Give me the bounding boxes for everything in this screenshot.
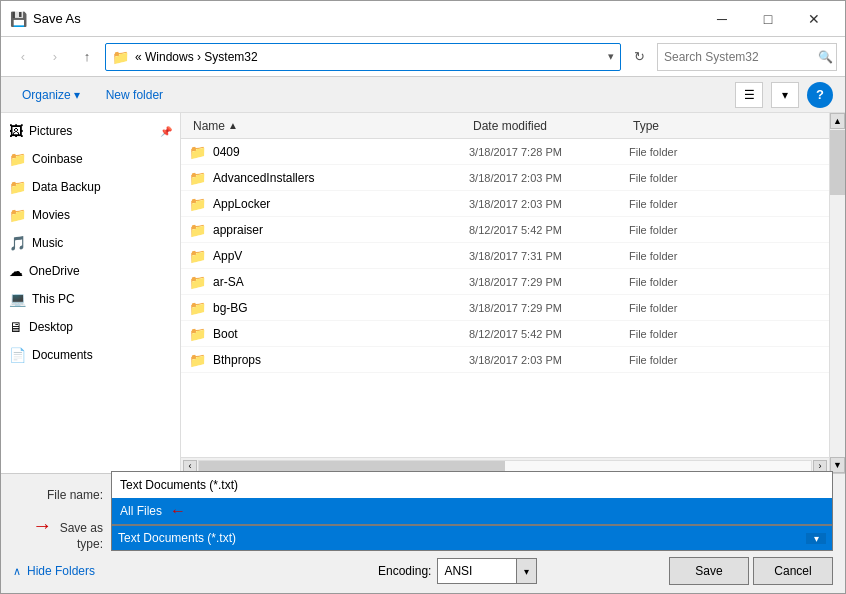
savetype-selected-text: Text Documents (*.txt): [118, 531, 806, 545]
savetype-option-all[interactable]: All Files ←: [112, 498, 832, 524]
file-area-inner: Name ▲ Date modified Type 📁0409 3/18/201…: [181, 113, 845, 473]
address-text: « Windows › System32: [135, 50, 602, 64]
movies-icon: 📁: [9, 207, 26, 223]
sidebar-item-onedrive[interactable]: ☁ OneDrive: [1, 257, 180, 285]
organize-button[interactable]: Organize ▾: [13, 82, 89, 108]
col-date-header[interactable]: Date modified: [465, 119, 625, 133]
sidebar-item-label: Music: [32, 236, 63, 250]
onedrive-icon: ☁: [9, 263, 23, 279]
savetype-dropdown[interactable]: Text Documents (*.txt) All Files ←: [111, 471, 833, 525]
sidebar-item-label: Documents: [32, 348, 93, 362]
search-box[interactable]: 🔍: [657, 43, 837, 71]
coinbase-icon: 📁: [9, 151, 26, 167]
up-button[interactable]: ↑: [73, 43, 101, 71]
address-bar[interactable]: 📁 « Windows › System32 ▾: [105, 43, 621, 71]
vscroll-up-button[interactable]: ▲: [830, 113, 845, 129]
save-button[interactable]: Save: [669, 557, 749, 585]
all-files-arrow-icon: ←: [170, 502, 186, 520]
nav-bar: ‹ › ↑ 📁 « Windows › System32 ▾ ↻ 🔍: [1, 37, 845, 77]
sidebar-item-label: Movies: [32, 208, 70, 222]
folder-icon: 📁: [189, 326, 206, 342]
sidebar-item-music[interactable]: 🎵 Music: [1, 229, 180, 257]
encoding-label: Encoding:: [378, 564, 431, 578]
table-row[interactable]: 📁ar-SA 3/18/2017 7:29 PM File folder: [181, 269, 829, 295]
encoding-value: ANSI: [437, 558, 517, 584]
refresh-button[interactable]: ↻: [625, 43, 653, 71]
table-row[interactable]: 📁Bthprops 3/18/2017 2:03 PM File folder: [181, 347, 829, 373]
view-button[interactable]: ☰: [735, 82, 763, 108]
sidebar-item-documents[interactable]: 📄 Documents: [1, 341, 180, 369]
minimize-button[interactable]: ─: [699, 4, 745, 34]
vertical-scrollbar[interactable]: ▲ ▼: [829, 113, 845, 473]
sidebar-item-coinbase[interactable]: 📁 Coinbase: [1, 145, 180, 173]
search-icon: 🔍: [818, 50, 833, 64]
encoding-dropdown-button[interactable]: ▾: [517, 558, 537, 584]
hide-folders-toggle[interactable]: ∧ Hide Folders: [13, 564, 95, 578]
table-row[interactable]: 📁AdvancedInstallers 3/18/2017 2:03 PM Fi…: [181, 165, 829, 191]
col-name-header[interactable]: Name ▲: [185, 119, 465, 133]
table-row[interactable]: 📁Boot 8/12/2017 5:42 PM File folder: [181, 321, 829, 347]
sidebar-item-movies[interactable]: 📁 Movies: [1, 201, 180, 229]
thispc-icon: 💻: [9, 291, 26, 307]
savetype-container: Text Documents (*.txt) All Files ← Text …: [111, 525, 833, 551]
toolbar: Organize ▾ New folder ☰ ▾ ?: [1, 77, 845, 113]
view-arrow-icon: ▾: [782, 88, 788, 102]
hide-folders-label: Hide Folders: [27, 564, 95, 578]
table-row[interactable]: 📁appraiser 8/12/2017 5:42 PM File folder: [181, 217, 829, 243]
folder-icon: 📁: [189, 222, 206, 238]
maximize-button[interactable]: □: [745, 4, 791, 34]
hscroll-right-button[interactable]: ›: [813, 460, 827, 472]
databackup-icon: 📁: [9, 179, 26, 195]
sidebar-item-label: Desktop: [29, 320, 73, 334]
sidebar-item-label: This PC: [32, 292, 75, 306]
address-dropdown-icon[interactable]: ▾: [608, 50, 614, 63]
table-row[interactable]: 📁AppV 3/18/2017 7:31 PM File folder: [181, 243, 829, 269]
file-area: Name ▲ Date modified Type 📁0409 3/18/201…: [181, 113, 829, 473]
pictures-icon: 🖼: [9, 123, 23, 139]
table-row[interactable]: 📁0409 3/18/2017 7:28 PM File folder: [181, 139, 829, 165]
folder-icon: 📁: [189, 196, 206, 212]
folder-icon: 📁: [189, 144, 206, 160]
hscroll-thumb: [199, 461, 505, 471]
sidebar-item-label: Data Backup: [32, 180, 101, 194]
dialog-icon: 💾: [9, 10, 27, 28]
vscroll-thumb: [830, 130, 845, 196]
table-row[interactable]: 📁AppLocker 3/18/2017 2:03 PM File folder: [181, 191, 829, 217]
forward-button[interactable]: ›: [41, 43, 69, 71]
documents-icon: 📄: [9, 347, 26, 363]
cancel-button[interactable]: Cancel: [753, 557, 833, 585]
search-input[interactable]: [664, 50, 814, 64]
savetype-arrow-icon: ▾: [806, 533, 826, 544]
vscroll-track[interactable]: [830, 129, 845, 457]
folder-icon: 📁: [189, 248, 206, 264]
sidebar-item-desktop[interactable]: 🖥 Desktop: [1, 313, 180, 341]
title-bar: 💾 Save As ─ □ ✕: [1, 1, 845, 37]
file-area-container: Name ▲ Date modified Type 📁0409 3/18/201…: [181, 113, 845, 473]
save-as-dialog: 💾 Save As ─ □ ✕ ‹ › ↑ 📁 « Windows › Syst…: [0, 0, 846, 594]
sidebar-item-label: Pictures: [29, 124, 72, 138]
close-button[interactable]: ✕: [791, 4, 837, 34]
table-row[interactable]: 📁bg-BG 3/18/2017 7:29 PM File folder: [181, 295, 829, 321]
back-button[interactable]: ‹: [9, 43, 37, 71]
encoding-select[interactable]: ANSI ▾: [437, 558, 537, 584]
savetype-selected[interactable]: Text Documents (*.txt) ▾: [111, 525, 833, 551]
sidebar: 🖼 Pictures 📌 📁 Coinbase 📁 Data Backup 📁 …: [1, 113, 181, 473]
address-folder-icon: 📁: [112, 49, 129, 65]
savetype-option-text[interactable]: Text Documents (*.txt): [112, 472, 832, 498]
hscroll-track[interactable]: [198, 460, 812, 472]
main-area: 🖼 Pictures 📌 📁 Coinbase 📁 Data Backup 📁 …: [1, 113, 845, 473]
view-arrow-button[interactable]: ▾: [771, 82, 799, 108]
sidebar-item-pictures[interactable]: 🖼 Pictures 📌: [1, 117, 180, 145]
sidebar-item-data-backup[interactable]: 📁 Data Backup: [1, 173, 180, 201]
file-list[interactable]: 📁0409 3/18/2017 7:28 PM File folder 📁Adv…: [181, 139, 829, 457]
dialog-title: Save As: [33, 11, 699, 26]
sidebar-item-label: OneDrive: [29, 264, 80, 278]
help-button[interactable]: ?: [807, 82, 833, 108]
sidebar-item-this-pc[interactable]: 💻 This PC: [1, 285, 180, 313]
new-folder-button[interactable]: New folder: [97, 82, 172, 108]
pin-icon: 📌: [160, 126, 172, 137]
savetype-label: → Save as type:: [13, 514, 103, 551]
sidebar-item-label: Coinbase: [32, 152, 83, 166]
hscroll-left-button[interactable]: ‹: [183, 460, 197, 472]
col-type-header[interactable]: Type: [625, 119, 825, 133]
